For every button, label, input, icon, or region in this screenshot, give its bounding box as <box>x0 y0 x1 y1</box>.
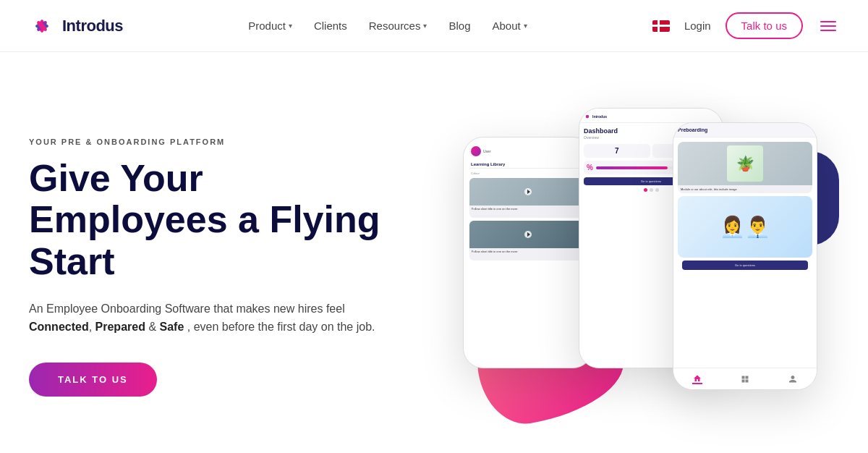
talk-to-us-button[interactable]: Talk to us <box>726 12 803 39</box>
hero-content: YOUR PRE & ONBOARDING PLATFORM Give Your… <box>29 137 383 397</box>
stat-card-1: 7 <box>584 144 650 158</box>
brand-name: Introdus <box>62 17 123 35</box>
preboarding-card-2: 👩‍💼👨‍💼 <box>678 196 812 258</box>
chevron-down-icon: ▾ <box>524 22 527 30</box>
phone-mockup-right: Preboarding 🪴 Module or our about role, … <box>673 122 817 390</box>
hero-subtitle: YOUR PRE & ONBOARDING PLATFORM <box>29 137 383 146</box>
nav-menu: Product▾ Clients Resources▾ Blog About▾ <box>248 20 527 32</box>
progress-bar <box>596 166 668 169</box>
nav-right: Login Talk to us <box>652 12 839 39</box>
bottom-nav <box>673 368 817 389</box>
user-label: User <box>483 149 491 153</box>
preboarding-card-1: 🪴 Module or our about role, this include… <box>678 142 812 193</box>
login-link[interactable]: Login <box>684 20 711 32</box>
introdus-mini-logo <box>584 113 591 120</box>
learning-card-2: Follow short title in one on the more <box>469 221 587 261</box>
chevron-down-icon: ▾ <box>289 22 292 30</box>
filter-label: Colour <box>469 172 587 175</box>
plant-icon: 🪴 <box>727 145 763 182</box>
people-image: 👩‍💼👨‍💼 <box>678 196 812 258</box>
card-text-2: Follow short title in one on the more <box>469 248 587 255</box>
card-text: Module or our about role, this include i… <box>678 185 812 193</box>
stat-number-1: 7 <box>615 147 619 155</box>
chevron-down-icon: ▾ <box>423 22 427 30</box>
nav-home-icon[interactable] <box>692 374 702 384</box>
play-button-icon <box>524 188 532 195</box>
hamburger-menu-icon[interactable] <box>817 18 839 34</box>
nav-item-blog[interactable]: Blog <box>448 20 470 32</box>
logo[interactable]: Introdus <box>29 13 123 39</box>
logo-icon <box>29 13 55 39</box>
play-triangle-icon <box>527 232 530 237</box>
language-flag-icon[interactable] <box>652 20 670 32</box>
card-image-1 <box>469 178 587 206</box>
nav-profile-icon[interactable] <box>788 374 798 384</box>
learning-card-1: Follow short title in one on the more <box>469 178 587 218</box>
hero-mockups: User Learning Library Colour Follow shor… <box>420 93 839 441</box>
nav-item-product[interactable]: Product▾ <box>248 20 292 32</box>
nav-item-about[interactable]: About▾ <box>493 20 527 32</box>
learning-library-title: Learning Library <box>469 161 587 169</box>
navbar: Introdus Product▾ Clients Resources▾ Blo… <box>0 0 868 52</box>
play-triangle-icon <box>527 190 530 194</box>
nav-item-resources[interactable]: Resources▾ <box>369 20 427 32</box>
hero-section: YOUR PRE & ONBOARDING PLATFORM Give Your… <box>0 52 868 453</box>
phone-mockup-left: User Learning Library Colour Follow shor… <box>463 137 593 368</box>
plant-card-image: 🪴 <box>678 142 812 185</box>
hero-cta-button[interactable]: TALK TO US <box>29 363 157 397</box>
hero-title: Give Your Employees a Flying Start <box>29 158 383 282</box>
hero-description: An Employee Onboarding Software that mak… <box>29 300 383 336</box>
preboarding-header: Preboarding <box>673 123 817 137</box>
avatar <box>471 146 481 156</box>
card-text-1: Follow short title in one on the more <box>469 206 587 212</box>
play-button-icon <box>524 231 532 238</box>
go-to-questions-button: Go to questions <box>682 261 808 270</box>
card-image-2 <box>469 221 587 248</box>
nav-grid-icon[interactable] <box>740 374 750 384</box>
nav-item-clients[interactable]: Clients <box>314 20 347 32</box>
